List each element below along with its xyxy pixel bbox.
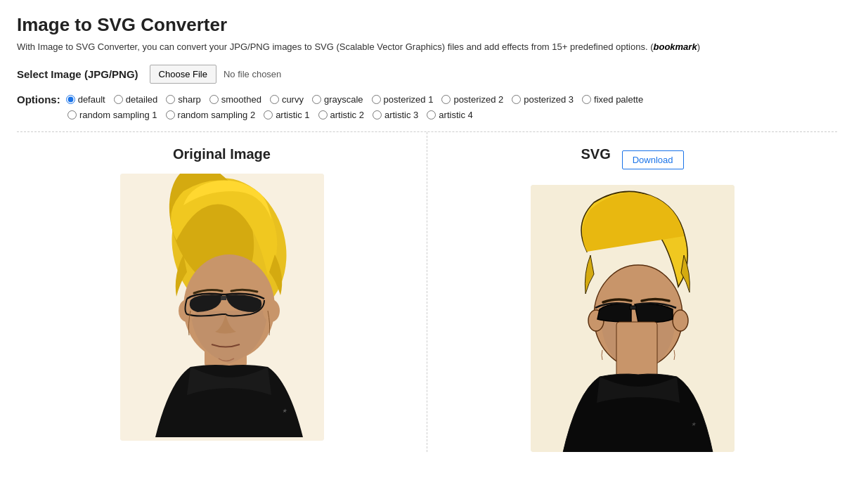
choose-file-button[interactable]: Choose File <box>150 65 216 84</box>
radio-label-opt-detailed: detailed <box>126 94 158 105</box>
options-row-1: Options: defaultdetailedsharpsmoothedcur… <box>17 93 837 105</box>
radio-item-opt-artistic1[interactable]: artistic 1 <box>264 110 309 120</box>
radio-label-opt-randomsampling2: random sampling 2 <box>178 110 256 120</box>
radio-label-opt-posterized3: posterized 3 <box>524 94 574 105</box>
svg-image: ★ <box>531 185 735 452</box>
radio-opt-artistic3[interactable] <box>373 110 382 119</box>
radio-label-opt-posterized1: posterized 1 <box>384 94 434 105</box>
radio-item-opt-randomsampling1[interactable]: random sampling 1 <box>67 110 157 120</box>
svg-title: SVG <box>581 146 610 162</box>
radio-opt-posterized2[interactable] <box>441 95 451 104</box>
options-label: Options: <box>17 93 60 105</box>
radio-label-opt-randomsampling1: random sampling 1 <box>79 110 157 120</box>
radio-label-opt-curvy: curvy <box>282 94 304 105</box>
radio-opt-detailed[interactable] <box>114 95 123 104</box>
radio-item-opt-fixedpalette[interactable]: fixed palette <box>582 94 643 105</box>
radio-label-opt-grayscale: grayscale <box>324 94 363 105</box>
radio-opt-default[interactable] <box>66 95 75 104</box>
original-image: ★ <box>120 174 324 441</box>
radio-label-opt-default: default <box>78 94 105 105</box>
radio-item-opt-smoothed[interactable]: smoothed <box>209 94 261 105</box>
radio-opt-sharp[interactable] <box>166 95 175 104</box>
subtitle: With Image to SVG Converter, you can con… <box>17 41 837 52</box>
radio-opt-curvy[interactable] <box>270 95 279 104</box>
no-file-text: No file chosen <box>224 69 281 79</box>
svg-header: SVG Download <box>581 146 683 174</box>
select-image-row: Select Image (JPG/PNG) Choose File No fi… <box>17 65 837 84</box>
options-group-1: defaultdetailedsharpsmoothedcurvygraysca… <box>66 94 652 105</box>
original-preview-panel: Original Image <box>17 132 427 452</box>
radio-label-opt-posterized2: posterized 2 <box>453 94 503 105</box>
radio-opt-artistic1[interactable] <box>264 110 273 119</box>
preview-area: Original Image <box>17 132 837 452</box>
radio-label-opt-artistic2: artistic 2 <box>330 110 364 120</box>
original-title: Original Image <box>173 146 271 162</box>
radio-opt-grayscale[interactable] <box>312 95 321 104</box>
download-button[interactable]: Download <box>622 150 684 169</box>
radio-opt-artistic4[interactable] <box>427 110 436 119</box>
radio-item-opt-curvy[interactable]: curvy <box>270 94 304 105</box>
radio-label-opt-sharp: sharp <box>178 94 201 105</box>
svg-rect-14 <box>616 322 657 377</box>
radio-item-opt-artistic3[interactable]: artistic 3 <box>373 110 418 120</box>
radio-opt-artistic2[interactable] <box>318 110 328 119</box>
svg-preview-panel: SVG Download <box>427 132 837 452</box>
radio-label-opt-artistic3: artistic 3 <box>384 110 418 120</box>
radio-item-opt-posterized2[interactable]: posterized 2 <box>441 94 503 105</box>
radio-item-opt-detailed[interactable]: detailed <box>114 94 158 105</box>
radio-item-opt-posterized1[interactable]: posterized 1 <box>372 94 434 105</box>
radio-item-opt-artistic2[interactable]: artistic 2 <box>318 110 364 120</box>
radio-label-opt-artistic1: artistic 1 <box>276 110 309 120</box>
radio-item-opt-grayscale[interactable]: grayscale <box>312 94 363 105</box>
options-group-2: random sampling 1random sampling 2artist… <box>67 110 481 120</box>
radio-label-opt-artistic4: artistic 4 <box>439 110 472 120</box>
radio-item-opt-artistic4[interactable]: artistic 4 <box>427 110 472 120</box>
radio-item-opt-default[interactable]: default <box>66 94 105 105</box>
radio-opt-randomsampling2[interactable] <box>166 110 175 119</box>
radio-item-opt-posterized3[interactable]: posterized 3 <box>512 94 574 105</box>
radio-item-opt-sharp[interactable]: sharp <box>166 94 201 105</box>
radio-opt-posterized1[interactable] <box>372 95 381 104</box>
radio-item-opt-randomsampling2[interactable]: random sampling 2 <box>166 110 256 120</box>
radio-label-opt-smoothed: smoothed <box>221 94 261 105</box>
svg-text:★: ★ <box>282 408 287 414</box>
svg-rect-13 <box>630 306 636 309</box>
radio-opt-posterized3[interactable] <box>512 95 521 104</box>
radio-opt-randomsampling1[interactable] <box>67 110 77 119</box>
svg-rect-7 <box>221 296 226 300</box>
select-image-label: Select Image (JPG/PNG) <box>17 68 138 80</box>
page-title: Image to SVG Converter <box>17 14 837 36</box>
options-row-2: random sampling 1random sampling 2artist… <box>67 110 837 120</box>
radio-opt-smoothed[interactable] <box>209 95 219 104</box>
bookmark-link[interactable]: bookmark <box>654 41 697 52</box>
svg-point-12 <box>673 310 688 331</box>
radio-opt-fixedpalette[interactable] <box>582 95 591 104</box>
svg-point-6 <box>263 299 280 322</box>
radio-label-opt-fixedpalette: fixed palette <box>594 94 643 105</box>
svg-text:★: ★ <box>691 421 697 427</box>
